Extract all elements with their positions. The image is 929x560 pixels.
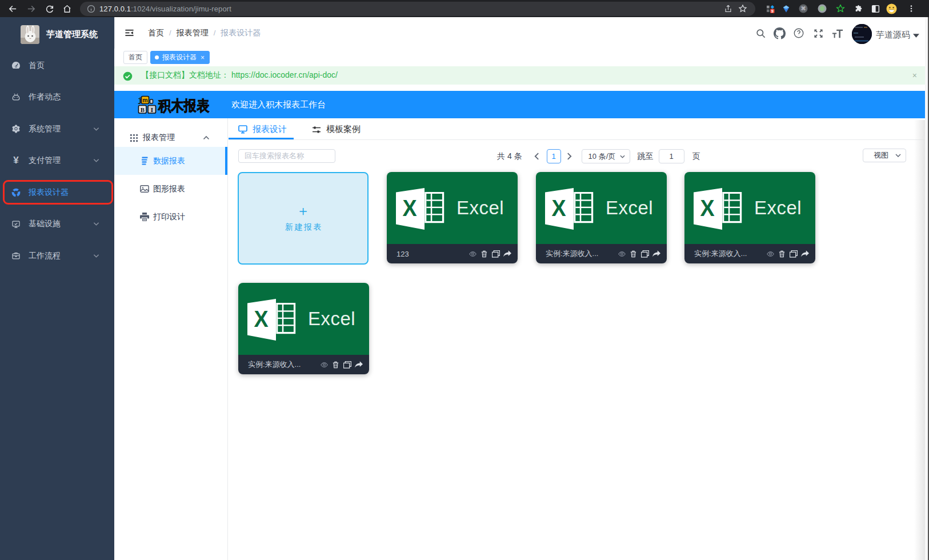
svg-text:⌘: ⌘ xyxy=(801,6,806,11)
svg-text:9: 9 xyxy=(771,9,773,13)
svg-text:I: I xyxy=(151,106,153,113)
svg-text:Excel: Excel xyxy=(308,308,355,330)
svg-text:X: X xyxy=(402,195,417,221)
svg-text:X: X xyxy=(551,195,566,221)
svg-text:Excel: Excel xyxy=(754,197,802,219)
svg-text:X: X xyxy=(700,195,714,221)
svg-text:B: B xyxy=(141,106,145,113)
svg-text:X: X xyxy=(254,306,268,332)
svg-text:m: m xyxy=(142,97,147,103)
svg-text:Excel: Excel xyxy=(457,197,504,219)
svg-text:Excel: Excel xyxy=(606,197,653,219)
